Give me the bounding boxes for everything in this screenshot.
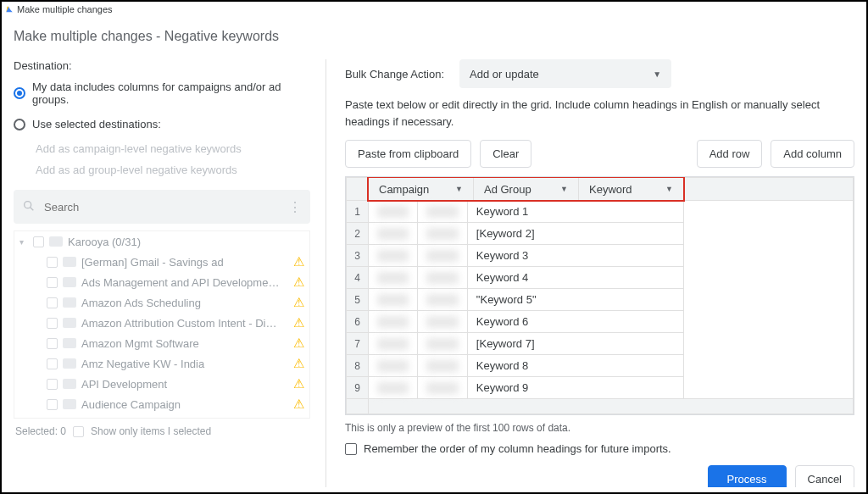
chevron-down-icon[interactable]: ▾: [19, 237, 28, 247]
keyword-cell[interactable]: Keyword 3: [467, 245, 683, 267]
keyword-cell[interactable]: [Keyword 7]: [467, 333, 683, 355]
more-icon[interactable]: ⋮: [288, 199, 302, 215]
checkbox[interactable]: [33, 236, 44, 247]
showonly-label: Show only items I selected: [91, 425, 211, 437]
tree-item[interactable]: Audience Campaign⚠: [14, 394, 309, 414]
destination-label: Destination:: [14, 59, 310, 72]
app-logo-icon: [5, 5, 14, 14]
search-input[interactable]: [44, 201, 280, 214]
chevron-down-icon: ▼: [665, 185, 673, 193]
tree-item[interactable]: API Development⚠: [14, 374, 309, 394]
search-box[interactable]: ⋮: [14, 190, 310, 224]
column-header-adgroup[interactable]: Ad Group▼: [473, 178, 578, 200]
blank-row: [347, 399, 854, 414]
corner-cell: [347, 178, 369, 201]
checkbox[interactable]: [47, 358, 58, 369]
campaign-icon: [63, 399, 76, 409]
redacted-cell: [377, 316, 409, 328]
campaign-icon: [63, 358, 76, 369]
table-row[interactable]: 1Keyword 1: [347, 201, 854, 223]
paste-button[interactable]: Paste from clipboard: [345, 140, 471, 168]
preview-note: This is only a preview of the first 100 …: [345, 422, 854, 434]
cancel-button[interactable]: Cancel: [795, 465, 854, 487]
tree-item-label: Amazon Ads Scheduling: [81, 297, 288, 309]
keyword-cell[interactable]: Keyword 6: [467, 311, 683, 333]
clear-button[interactable]: Clear: [480, 140, 531, 168]
keyword-cell[interactable]: "Keyword 5": [467, 289, 683, 311]
radio-label: Use selected destinations:: [32, 118, 161, 130]
destination-radio-selected[interactable]: Use selected destinations:: [14, 118, 310, 130]
checkbox[interactable]: [47, 338, 58, 349]
warning-icon: ⚠: [293, 397, 304, 412]
tree-root-label: Karooya (0/31): [68, 236, 304, 248]
checkbox[interactable]: [47, 277, 58, 288]
bulk-action-value: Add or update: [470, 68, 539, 80]
warning-icon: ⚠: [293, 254, 304, 269]
campaign-icon: [63, 257, 76, 267]
warning-icon: ⚠: [293, 376, 304, 391]
warning-icon: ⚠: [293, 315, 304, 330]
keyword-cell[interactable]: [Keyword 2]: [467, 223, 683, 245]
checkbox[interactable]: [47, 318, 58, 329]
redacted-cell: [377, 206, 409, 218]
tree-item[interactable]: Amazon Attribution Custom Intent - Di…⚠: [14, 313, 309, 333]
tree-item-label: Ads Management and API Developme…: [81, 276, 288, 289]
data-grid[interactable]: Campaign▼ Ad Group▼ Keyword▼ 1Keyword 1 …: [345, 176, 854, 415]
warning-icon: ⚠: [293, 336, 304, 351]
campaign-tree[interactable]: ▾ Karooya (0/31) [German] Gmail - Saving…: [14, 230, 310, 419]
redacted-cell: [426, 316, 458, 328]
add-column-button[interactable]: Add column: [771, 140, 854, 168]
checkbox[interactable]: [47, 297, 58, 308]
tree-item[interactable]: [German] Gmail - Savings ad⚠: [14, 252, 309, 272]
tree-item[interactable]: Ads Management and API Developme…⚠: [14, 272, 309, 292]
redacted-cell: [426, 206, 458, 218]
tree-item[interactable]: Amazon Ads Scheduling⚠: [14, 292, 309, 313]
remember-checkbox-row[interactable]: Remember the order of my column headings…: [345, 442, 854, 455]
account-icon: [49, 236, 63, 247]
tree-root[interactable]: ▾ Karooya (0/31): [14, 231, 309, 252]
process-button[interactable]: Process: [708, 465, 787, 487]
redacted-cell: [426, 228, 458, 240]
warning-icon: ⚠: [293, 356, 304, 371]
checkbox[interactable]: [345, 443, 357, 455]
checkbox[interactable]: [47, 257, 58, 268]
campaign-icon: [63, 318, 76, 328]
showonly-checkbox[interactable]: [73, 426, 84, 437]
selected-count: Selected: 0: [15, 425, 66, 437]
campaign-icon: [63, 297, 76, 308]
checkbox[interactable]: [47, 379, 58, 390]
checkbox[interactable]: [47, 399, 58, 410]
radio-label: My data includes columns for campaigns a…: [32, 80, 310, 106]
chevron-down-icon: ▼: [653, 69, 661, 79]
page-title: Make multiple changes - Negative keyword…: [14, 29, 854, 44]
redacted-cell: [377, 382, 409, 394]
column-header-campaign[interactable]: Campaign▼: [369, 178, 473, 200]
empty-column: [684, 201, 854, 399]
destination-radio-columns[interactable]: My data includes columns for campaigns a…: [14, 80, 310, 106]
keyword-cell[interactable]: Keyword 1: [467, 201, 683, 223]
bulk-action-label: Bulk Change Action:: [345, 68, 444, 80]
redacted-cell: [426, 272, 458, 284]
keyword-cell[interactable]: Keyword 8: [467, 355, 683, 377]
redacted-cell: [377, 360, 409, 372]
tree-item[interactable]: Amazon Mgmt Software⚠: [14, 333, 309, 353]
bulk-action-select[interactable]: Add or update ▼: [459, 59, 671, 88]
redacted-cell: [377, 294, 409, 306]
add-row-button[interactable]: Add row: [697, 140, 763, 168]
redacted-cell: [426, 338, 458, 350]
keyword-cell[interactable]: Keyword 9: [467, 377, 683, 399]
campaign-icon: [63, 277, 76, 287]
campaign-icon: [63, 338, 76, 348]
keyword-cell[interactable]: Keyword 4: [467, 267, 683, 289]
redacted-cell: [426, 382, 458, 394]
redacted-cell: [426, 250, 458, 262]
column-header-keyword[interactable]: Keyword▼: [578, 178, 683, 200]
chevron-down-icon: ▼: [455, 185, 463, 193]
redacted-cell: [377, 338, 409, 350]
redacted-cell: [426, 294, 458, 306]
search-icon: [22, 199, 36, 215]
tree-item[interactable]: Amz Negative KW - India⚠: [14, 353, 309, 374]
tree-item-label: Amazon Mgmt Software: [81, 337, 288, 350]
warning-icon: ⚠: [293, 275, 304, 290]
radio-icon: [14, 87, 25, 99]
